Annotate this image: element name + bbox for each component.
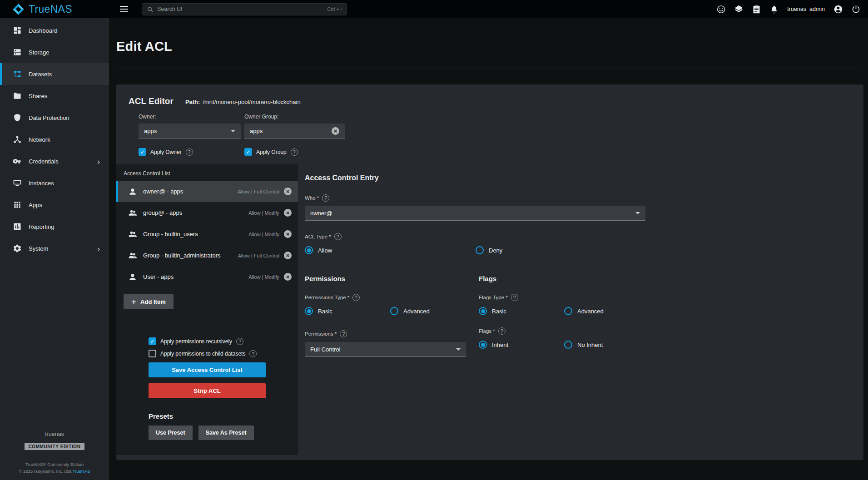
notifications-button[interactable] — [769, 4, 779, 14]
help-icon[interactable]: ? — [291, 148, 298, 156]
power-button[interactable] — [851, 4, 861, 14]
child-datasets-checkbox[interactable]: Apply permissions to child datasets ? — [149, 350, 266, 357]
radio-flags-advanced[interactable]: Advanced — [564, 307, 650, 315]
acl-editor-card: ACL Editor Path:/mnt/monero-pool/monero-… — [116, 84, 863, 460]
apply-checkboxes: ✓ Apply Owner ? ✓ Apply Group ? — [116, 148, 863, 156]
recursive-checkbox[interactable]: ✓ Apply permissions recursively ? — [149, 337, 266, 345]
sidebar: Dashboard Storage Datasets Shares Data P… — [0, 18, 109, 480]
permissions-select[interactable]: Full Control — [305, 342, 466, 357]
radio-allow[interactable]: Allow — [305, 246, 476, 254]
title-divider — [116, 68, 863, 68]
feedback-button[interactable] — [716, 4, 726, 14]
edition-badge: COMMUNITY EDITION — [25, 443, 84, 450]
save-as-preset-button[interactable]: Save As Preset — [198, 426, 254, 440]
radio-inherit[interactable]: Inherit — [479, 341, 564, 349]
username[interactable]: truenas_admin — [787, 6, 825, 12]
flags-type-radio-group: Basic Advanced — [479, 307, 663, 315]
truenas-link[interactable]: TrueNAS — [73, 469, 90, 474]
who-select[interactable]: owner@ — [305, 206, 645, 221]
remove-entry-button[interactable]: × — [284, 188, 292, 195]
add-item-button[interactable]: + Add Item — [124, 294, 174, 309]
radio-permissions-advanced[interactable]: Advanced — [390, 307, 476, 315]
key-icon — [13, 157, 22, 166]
acl-editor-heading: ACL Editor — [129, 96, 174, 106]
acl-list-panel: Access Control List owner@ - apps Allow … — [116, 164, 298, 455]
owner-select[interactable]: apps — [139, 124, 241, 139]
acl-actions: ✓ Apply permissions recursively ? Apply … — [149, 337, 266, 440]
truenas-logo-icon — [12, 3, 25, 15]
ace-heading: Access Control Entry — [305, 174, 663, 182]
sidebar-item-credentials[interactable]: Credentials › — [0, 150, 109, 172]
remove-entry-button[interactable]: × — [284, 273, 292, 281]
sidebar-item-system[interactable]: System › — [0, 238, 109, 259]
topbar: TrueNAS Search UI Ctrl + / — [0, 0, 868, 18]
acl-entry-row-user-apps[interactable]: User - apps Allow | Modify × — [116, 266, 298, 287]
footer-edition-line: TrueNAS® Community Edition — [0, 462, 109, 467]
acl-entry-row-group[interactable]: group@ - apps Allow | Modify × — [116, 202, 298, 223]
help-icon[interactable]: ? — [334, 233, 342, 240]
flags-radio-group: Inherit No Inherit — [479, 341, 663, 349]
layers-icon — [734, 5, 744, 14]
sidebar-item-storage[interactable]: Storage — [0, 41, 109, 63]
radio-permissions-basic[interactable]: Basic — [305, 307, 390, 315]
acl-type-radio-group: Allow Deny — [305, 246, 663, 254]
radio-deny[interactable]: Deny — [476, 246, 646, 254]
sidebar-item-data-protection[interactable]: Data Protection — [0, 107, 109, 129]
reporting-icon — [13, 222, 22, 231]
shares-icon — [13, 91, 22, 100]
sidebar-item-network[interactable]: Network — [0, 129, 109, 150]
apply-owner-checkbox[interactable]: ✓ Apply Owner ? — [139, 148, 244, 156]
owner-group-input[interactable]: apps × — [244, 124, 345, 139]
radio-flags-basic[interactable]: Basic — [479, 307, 564, 315]
flags-type-label: Flags Type * ? — [479, 294, 663, 301]
use-preset-button[interactable]: Use Preset — [149, 426, 193, 440]
sidebar-item-apps[interactable]: Apps — [0, 194, 109, 216]
search-placeholder: Search UI — [157, 6, 183, 12]
help-icon[interactable]: ? — [340, 330, 347, 337]
remove-entry-button[interactable]: × — [284, 209, 292, 217]
strip-acl-button[interactable]: Strip ACL — [149, 383, 266, 398]
user-icon — [128, 187, 137, 196]
sidebar-item-shares[interactable]: Shares — [0, 85, 109, 107]
acl-entry-row-owner[interactable]: owner@ - apps Allow | Full Control × — [116, 181, 298, 202]
search-input[interactable]: Search UI Ctrl + / — [142, 3, 347, 15]
radio-unselected-icon — [564, 307, 572, 315]
help-icon[interactable]: ? — [511, 294, 518, 301]
user-icon — [128, 272, 137, 282]
help-icon[interactable]: ? — [498, 327, 506, 335]
flags-heading: Flags — [479, 275, 663, 282]
sidebar-item-instances[interactable]: Instances — [0, 172, 109, 194]
sidebar-item-datasets[interactable]: Datasets — [0, 63, 109, 85]
topbar-actions: truenas_admin — [716, 4, 861, 14]
radio-no-inherit[interactable]: No Inherit — [564, 341, 650, 349]
permissions-type-label: Permissions Type * ? — [305, 294, 479, 301]
sidebar-item-reporting[interactable]: Reporting — [0, 216, 109, 238]
search-shortcut: Ctrl + / — [327, 6, 342, 12]
menu-toggle-button[interactable] — [119, 3, 130, 15]
acl-entry-row-builtin-users[interactable]: Group - builtin_users Allow | Modify × — [116, 223, 298, 245]
user-menu-button[interactable] — [833, 4, 843, 14]
remove-entry-button[interactable]: × — [284, 252, 292, 259]
permissions-section: Permissions Permissions Type * ? Basic — [305, 275, 479, 357]
dataset-path: Path:/mnt/monero-pool/monero-blockchain — [185, 99, 301, 105]
clear-icon[interactable]: × — [332, 127, 339, 135]
acl-entry-row-builtin-administrators[interactable]: Group - builtin_administrators Allow | F… — [116, 245, 298, 266]
save-acl-button[interactable]: Save Access Control List — [149, 362, 266, 377]
help-icon[interactable]: ? — [322, 194, 329, 202]
card-header: ACL Editor Path:/mnt/monero-pool/monero-… — [116, 84, 863, 106]
sidebar-item-dashboard[interactable]: Dashboard — [0, 20, 109, 41]
help-icon[interactable]: ? — [236, 338, 243, 345]
help-icon[interactable]: ? — [186, 148, 193, 156]
help-icon[interactable]: ? — [352, 294, 360, 301]
help-icon[interactable]: ? — [249, 350, 257, 357]
chevron-right-icon: › — [97, 244, 104, 253]
network-icon — [13, 135, 22, 144]
apply-group-checkbox[interactable]: ✓ Apply Group ? — [244, 148, 350, 156]
truenas-logo[interactable]: TrueNAS — [0, 3, 109, 15]
bell-icon — [769, 5, 779, 14]
remove-entry-button[interactable]: × — [284, 230, 292, 238]
dashboard-icon — [13, 26, 22, 35]
jobs-button[interactable] — [751, 4, 761, 14]
checkbox-checked-icon: ✓ — [244, 148, 252, 156]
truecommand-button[interactable] — [734, 4, 744, 14]
